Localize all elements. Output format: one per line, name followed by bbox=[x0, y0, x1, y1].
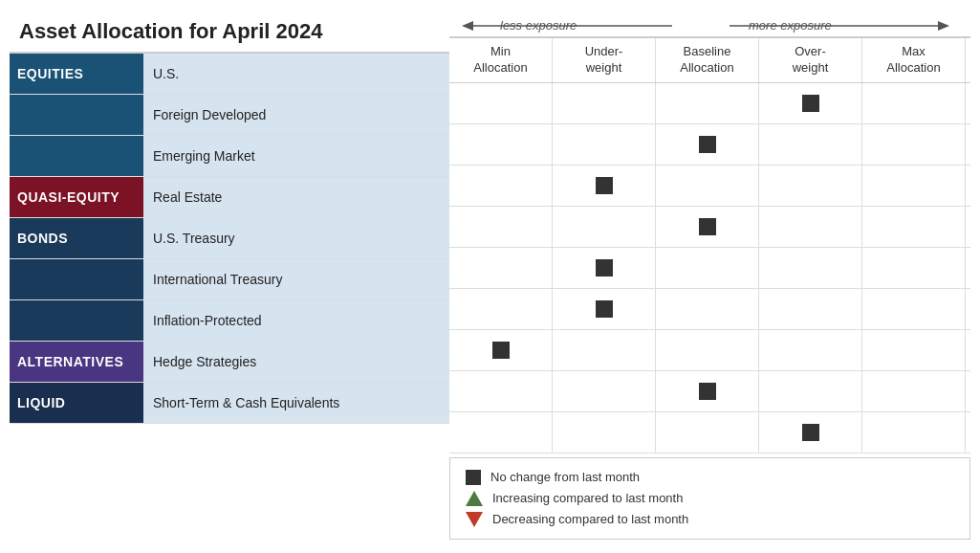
legend-text: Decreasing compared to last month bbox=[492, 512, 688, 526]
grid-cell-max bbox=[862, 330, 966, 370]
asset-table: EQUITIESU.S.Foreign DevelopedEmerging Ma… bbox=[10, 52, 449, 424]
grid-cell-baseline bbox=[656, 412, 759, 453]
col-header-max: MaxAllocation bbox=[862, 38, 966, 82]
table-row: Inflation-Protected bbox=[10, 300, 449, 342]
grid-cell-min bbox=[449, 289, 553, 329]
legend-triangle-down-icon bbox=[466, 512, 483, 527]
legend-square-icon bbox=[466, 470, 481, 485]
col-headers: MinAllocationUnder-weightBaselineAllocat… bbox=[449, 36, 970, 83]
category-cell bbox=[10, 136, 143, 176]
legend-box: No change from last monthIncreasing comp… bbox=[449, 457, 970, 540]
grid-row bbox=[449, 412, 970, 453]
grid-cell-baseline bbox=[656, 124, 759, 165]
grid-cell-overweight bbox=[759, 371, 862, 411]
grid-cell-overweight bbox=[759, 248, 862, 288]
grid-cell-overweight bbox=[759, 83, 862, 123]
table-row: Emerging Market bbox=[10, 136, 449, 177]
grid-cell-underweight bbox=[553, 248, 656, 288]
grid-cell-min bbox=[449, 166, 553, 206]
category-cell: BONDS bbox=[10, 218, 143, 258]
grid-row bbox=[449, 83, 970, 124]
grid-cell-underweight bbox=[553, 207, 656, 247]
marker-square bbox=[802, 95, 819, 112]
legend-text: Increasing compared to last month bbox=[492, 491, 683, 505]
grid-cell-max bbox=[862, 83, 966, 123]
category-cell: EQUITIES bbox=[10, 54, 143, 94]
subcategory-cell: U.S. Treasury bbox=[143, 218, 449, 258]
table-row: LIQUIDShort-Term & Cash Equivalents bbox=[10, 383, 449, 424]
grid-cell-underweight bbox=[553, 124, 656, 165]
legend-triangle-up-icon bbox=[466, 491, 483, 506]
table-row: International Treasury bbox=[10, 259, 449, 300]
subcategory-cell: Inflation-Protected bbox=[143, 300, 449, 341]
marker-square bbox=[699, 383, 716, 400]
svg-text:more exposure: more exposure bbox=[749, 18, 832, 33]
marker-square bbox=[699, 136, 716, 153]
table-row: ALTERNATIVESHedge Strategies bbox=[10, 342, 449, 383]
grid-row bbox=[449, 289, 970, 330]
grid-row bbox=[449, 124, 970, 166]
grid-cell-max bbox=[862, 371, 966, 411]
grid-cell-min bbox=[449, 248, 553, 288]
subcategory-cell: Short-Term & Cash Equivalents bbox=[143, 383, 449, 423]
category-cell: LIQUID bbox=[10, 383, 143, 423]
marker-square bbox=[802, 424, 819, 441]
svg-text:less exposure: less exposure bbox=[500, 18, 577, 33]
col-header-overweight: Over-weight bbox=[759, 38, 862, 82]
grid-cell-baseline bbox=[656, 207, 759, 247]
exposure-arrows: less exposure more exposure bbox=[449, 10, 970, 36]
grid-cell-overweight bbox=[759, 166, 862, 206]
category-cell: QUASI-EQUITY bbox=[10, 177, 143, 217]
table-row: EQUITIESU.S. bbox=[10, 54, 449, 95]
page-title: Asset Allocation for April 2024 bbox=[10, 10, 449, 52]
legend-row: Decreasing compared to last month bbox=[466, 512, 954, 527]
grid-row bbox=[449, 207, 970, 248]
grid-cell-min bbox=[449, 124, 553, 165]
grid-cell-min bbox=[449, 207, 553, 247]
right-section: less exposure more exposure MinAllocatio… bbox=[449, 10, 970, 540]
grid-cell-max bbox=[862, 289, 966, 329]
grid-cell-underweight bbox=[553, 166, 656, 206]
marker-square bbox=[596, 300, 613, 318]
grid-cell-max bbox=[862, 124, 966, 165]
grid-body bbox=[449, 83, 970, 453]
legend-row: No change from last month bbox=[466, 470, 954, 485]
grid-cell-max bbox=[862, 248, 966, 288]
category-cell bbox=[10, 300, 143, 341]
grid-cell-baseline bbox=[656, 166, 759, 206]
marker-square bbox=[492, 342, 510, 359]
grid-cell-max bbox=[862, 412, 966, 453]
grid-cell-underweight bbox=[553, 330, 656, 370]
grid-cell-overweight bbox=[759, 330, 862, 370]
marker-square bbox=[699, 218, 716, 235]
table-row: BONDSU.S. Treasury bbox=[10, 218, 449, 259]
subcategory-cell: Foreign Developed bbox=[143, 95, 449, 135]
subcategory-cell: International Treasury bbox=[143, 259, 449, 299]
grid-cell-underweight bbox=[553, 371, 656, 411]
grid-cell-max bbox=[862, 207, 966, 247]
col-header-min: MinAllocation bbox=[449, 38, 553, 82]
grid-cell-underweight bbox=[553, 289, 656, 329]
col-header-underweight: Under-weight bbox=[553, 38, 656, 82]
category-cell bbox=[10, 259, 143, 299]
page-container: Asset Allocation for April 2024 EQUITIES… bbox=[10, 10, 970, 540]
exposure-arrow-svg: less exposure more exposure bbox=[452, 15, 969, 36]
table-row: Foreign Developed bbox=[10, 95, 449, 136]
grid-row bbox=[449, 248, 970, 289]
subcategory-cell: Real Estate bbox=[143, 177, 449, 217]
category-cell: ALTERNATIVES bbox=[10, 342, 143, 382]
grid-cell-baseline bbox=[656, 371, 759, 411]
top-row: Asset Allocation for April 2024 EQUITIES… bbox=[10, 10, 970, 540]
grid-cell-min bbox=[449, 83, 553, 123]
col-header-baseline: BaselineAllocation bbox=[656, 38, 759, 82]
grid-row bbox=[449, 371, 970, 412]
grid-row bbox=[449, 330, 970, 371]
grid-row bbox=[449, 166, 970, 207]
legend-text: No change from last month bbox=[490, 470, 640, 484]
grid-cell-baseline bbox=[656, 83, 759, 123]
grid-cell-min bbox=[449, 330, 553, 370]
category-cell bbox=[10, 95, 143, 135]
grid-cell-max bbox=[862, 166, 966, 206]
svg-marker-1 bbox=[462, 21, 473, 31]
subcategory-cell: Hedge Strategies bbox=[143, 342, 449, 382]
